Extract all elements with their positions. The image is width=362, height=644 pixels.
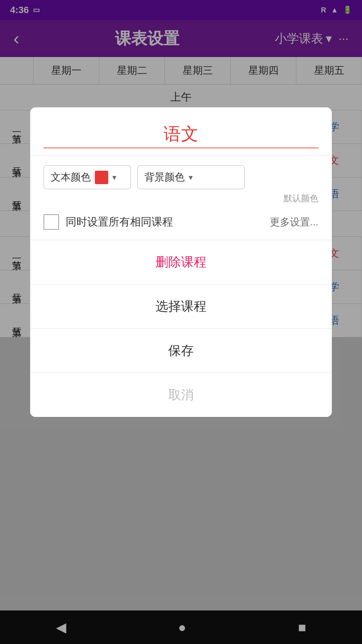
text-color-swatch xyxy=(95,171,108,184)
checkbox-left: 同时设置所有相同课程 xyxy=(44,214,173,230)
select-course-button[interactable]: 选择课程 xyxy=(30,284,332,329)
bg-color-chevron-icon: ▾ xyxy=(189,173,193,182)
text-color-chevron-icon: ▾ xyxy=(112,173,116,182)
cancel-button[interactable]: 取消 xyxy=(30,373,332,417)
more-settings-button[interactable]: 更多设置... xyxy=(270,215,318,229)
text-color-label: 文本颜色 xyxy=(51,170,91,184)
delete-course-button[interactable]: 删除课程 xyxy=(30,240,332,284)
color-selector-row: 文本颜色 ▾ 背景颜色 ▾ xyxy=(30,155,332,193)
same-course-checkbox[interactable] xyxy=(44,214,59,230)
course-input-area xyxy=(30,107,332,155)
save-button[interactable]: 保存 xyxy=(30,329,332,373)
bg-color-button[interactable]: 背景颜色 ▾ xyxy=(137,165,245,189)
bg-color-label: 背景颜色 xyxy=(144,170,185,184)
course-edit-dialog: 文本颜色 ▾ 背景颜色 ▾ 默认颜色 同时设置所有相同课程 更多设置... 删除… xyxy=(30,107,332,417)
course-name-input[interactable] xyxy=(44,121,318,148)
checkbox-row: 同时设置所有相同课程 更多设置... xyxy=(30,208,332,240)
same-course-label: 同时设置所有相同课程 xyxy=(66,215,173,229)
text-color-button[interactable]: 文本颜色 ▾ xyxy=(44,165,131,189)
default-color-hint: 默认颜色 xyxy=(30,193,332,208)
